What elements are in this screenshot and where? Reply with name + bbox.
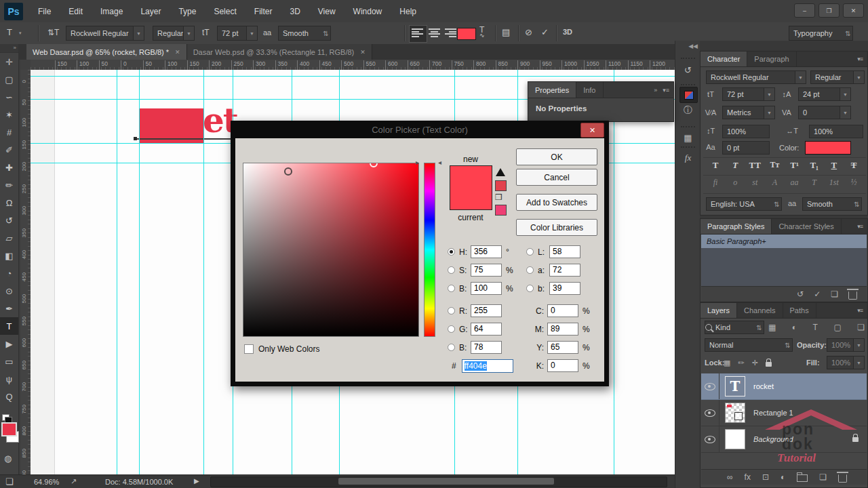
zoom-tool[interactable]: Q	[0, 388, 18, 405]
blur-tool[interactable]: ◔	[0, 264, 18, 282]
restore-button[interactable]: ❐	[818, 3, 840, 18]
tab-paths[interactable]: Paths	[783, 303, 816, 318]
opentype-button-1[interactable]: o	[726, 178, 744, 188]
crop-tool[interactable]: #	[0, 123, 18, 141]
3d-icon[interactable]: 3D	[563, 28, 572, 36]
char-vertical-scale-field[interactable]: 100%	[722, 125, 770, 138]
tab-character-styles[interactable]: Character Styles	[772, 219, 841, 234]
panel-menu-icon[interactable]: ▾≡	[857, 303, 867, 318]
hue-slider-arrow-left[interactable]: ▸	[416, 159, 419, 166]
char-font-style-select[interactable]: Regular▼	[810, 70, 865, 84]
tab-properties[interactable]: Properties	[528, 82, 576, 98]
opentype-button-3[interactable]: A	[766, 178, 783, 188]
menu-type[interactable]: Type	[178, 7, 196, 16]
commit-edits-icon[interactable]: ✓	[541, 27, 549, 37]
value-field-H[interactable]: 356	[471, 245, 502, 258]
clone-stamp-tool[interactable]: Ω	[0, 194, 18, 211]
new-layer-icon[interactable]: ❏	[819, 472, 827, 482]
dropdown-arrow-icon[interactable]: ▼	[853, 357, 864, 369]
layer-effects-icon[interactable]: fx	[745, 472, 751, 482]
dock-gripper[interactable]	[681, 146, 695, 148]
tab-close-icon[interactable]: ✕	[360, 49, 366, 56]
tab-paragraph-styles[interactable]: Paragraph Styles	[701, 219, 772, 234]
shape-tool[interactable]: ▭	[0, 352, 18, 370]
visibility-toggle[interactable]	[701, 373, 719, 399]
style-button-2[interactable]: TT	[746, 160, 764, 171]
tab-character[interactable]: Character	[701, 52, 747, 66]
brush-tool[interactable]: ✏	[0, 176, 18, 194]
value-field-a[interactable]: 72	[549, 264, 580, 277]
dropdown-arrow-icon[interactable]: ▼	[764, 106, 774, 119]
menu-window[interactable]: Window	[353, 7, 382, 16]
spinner-icon[interactable]: ⇅	[772, 198, 781, 210]
type-tool[interactable]: T	[0, 317, 18, 335]
filter-type-layers-icon[interactable]: T	[813, 323, 818, 332]
zoom-level[interactable]: 64.96%	[34, 478, 59, 486]
panel-menu-icon[interactable]: ▾≡	[857, 219, 867, 234]
hex-input[interactable]: ff404e	[462, 359, 513, 373]
text-color-swatch[interactable]	[457, 28, 476, 40]
lasso-tool[interactable]: ∽	[0, 88, 18, 106]
radio-H[interactable]	[448, 248, 455, 256]
vertical-ruler[interactable]: 0501001502002503003504004505005506006507…	[20, 70, 31, 474]
value-field-L[interactable]: 58	[549, 245, 580, 258]
dock-gripper[interactable]	[681, 58, 695, 59]
horizontal-scrollbar[interactable]	[210, 476, 667, 487]
adjustment-layer-icon[interactable]: ◐	[781, 472, 785, 482]
tab-close-icon[interactable]: ✕	[175, 49, 180, 56]
gamut-warning-icon[interactable]	[496, 168, 505, 176]
opentype-button-4[interactable]: aa	[786, 178, 804, 188]
cancel-button[interactable]: Cancel	[516, 169, 597, 186]
toggle-panels-icon[interactable]: ▤	[502, 27, 510, 37]
lock-all-icon[interactable]	[766, 362, 772, 367]
color-libraries-button[interactable]: Color Libraries	[516, 219, 597, 236]
char-font-family-select[interactable]: Rockwell Regular▼	[706, 70, 806, 84]
dropdown-arrow-icon[interactable]: ▼	[840, 106, 850, 119]
style-button-0[interactable]: T	[707, 160, 724, 171]
align-center-icon[interactable]	[429, 28, 440, 37]
char-anti-alias-select[interactable]: Smooth⇅	[802, 197, 862, 211]
spinner-icon[interactable]: ⇅	[852, 198, 861, 210]
foreground-color-swatch[interactable]	[1, 422, 17, 436]
quick-mask-icon[interactable]: ◍	[4, 453, 12, 464]
commit-icon[interactable]: ✓	[814, 289, 821, 299]
type-tool-icon[interactable]: T	[7, 27, 12, 37]
spinner-icon[interactable]: ⇅	[844, 26, 852, 40]
workspace-select[interactable]: Typography⇅	[789, 26, 853, 41]
filter-adjustment-layers-icon[interactable]: ◐	[792, 323, 797, 332]
radio-S[interactable]	[448, 266, 455, 274]
link-layers-icon[interactable]: ∞	[727, 472, 733, 482]
radio-B[interactable]	[448, 344, 455, 351]
menu-select[interactable]: Select	[214, 7, 236, 16]
new-style-icon[interactable]: ❏	[831, 289, 838, 299]
dropdown-arrow-icon[interactable]: ▼	[853, 71, 864, 83]
styles-panel-icon[interactable]: fx	[679, 150, 696, 165]
layer-group-icon[interactable]	[797, 474, 808, 482]
hand-tool[interactable]: ψ	[0, 370, 18, 388]
web-safe-swatch[interactable]	[495, 205, 507, 216]
spinner-icon[interactable]: ⇅	[783, 339, 792, 351]
style-button-7[interactable]: Ŧ	[845, 160, 863, 171]
export-icon[interactable]: ↗	[71, 477, 77, 486]
value-field-K[interactable]: 0	[547, 359, 578, 372]
opentype-button-7[interactable]: ½	[845, 178, 863, 188]
warp-text-icon[interactable]: T ∿	[479, 26, 485, 39]
filter-shape-layers-icon[interactable]: ▢	[833, 323, 841, 332]
filter-pixel-layers-icon[interactable]: ▦	[768, 323, 776, 332]
menu-filter[interactable]: Filter	[254, 7, 273, 16]
value-field-M[interactable]: 89	[547, 323, 578, 336]
tool-preset-arrow-icon[interactable]: ▾	[19, 30, 22, 36]
dock-gripper[interactable]	[681, 126, 695, 127]
color-cursor[interactable]	[284, 167, 292, 176]
guide[interactable]	[31, 76, 675, 77]
menu-edit[interactable]: Edit	[68, 7, 83, 16]
eyedropper-tool[interactable]: ✐	[0, 141, 18, 159]
font-size-select[interactable]: 72 pt▼	[217, 26, 258, 41]
dropdown-arrow-icon[interactable]: ▼	[840, 88, 850, 100]
close-button[interactable]: ✕	[843, 3, 864, 18]
value-field-C[interactable]: 0	[547, 304, 578, 317]
paragraph-style-item[interactable]: Basic Paragraph+	[701, 235, 867, 248]
char-horizontal-scale-field[interactable]: 100%	[809, 125, 863, 138]
add-to-swatches-button[interactable]: Add to Swatches	[516, 194, 597, 211]
value-field-B[interactable]: 78	[471, 341, 502, 354]
